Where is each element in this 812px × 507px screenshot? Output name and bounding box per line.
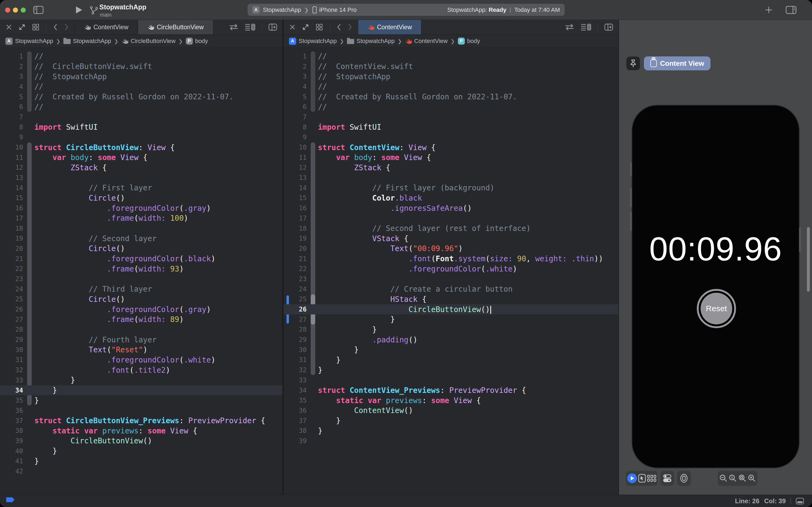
code-line[interactable]: 10 struct ContentView: View { xyxy=(284,142,619,153)
code-line[interactable]: 36 xyxy=(0,405,283,416)
code-line[interactable]: 2 // ContentView.swift xyxy=(284,61,619,72)
code-editor[interactable]: 1 // 2 // ContentView.swift 3 // Stopwat… xyxy=(284,48,619,446)
code-line[interactable]: 14 // First layer xyxy=(0,183,283,193)
breadcrumb-item[interactable]: AStopwatchApp xyxy=(5,38,53,45)
code-line[interactable]: 33 xyxy=(284,375,619,385)
go-forward-icon[interactable] xyxy=(64,23,68,31)
code-line[interactable]: 23 xyxy=(0,274,283,284)
minimize-window-button[interactable] xyxy=(13,7,18,13)
zoom-out-icon[interactable] xyxy=(719,474,728,482)
code-line[interactable]: 30 Text("Reset") xyxy=(0,345,283,355)
code-line[interactable]: 25 Circle() xyxy=(0,294,283,304)
code-line[interactable]: 17 .frame(width: 100) xyxy=(0,213,283,223)
breadcrumb-item[interactable]: Pbody xyxy=(458,38,480,45)
preview-selection-pill[interactable]: Content View xyxy=(644,56,710,70)
code-line[interactable]: 7 xyxy=(284,112,619,122)
code-line[interactable]: 3 // StopwatchApp xyxy=(284,71,619,81)
code-line[interactable]: 38 static var previews: some View { xyxy=(0,426,283,436)
close-editor-icon[interactable] xyxy=(289,24,295,30)
code-line[interactable]: 39 xyxy=(284,436,619,446)
code-line[interactable]: 28 xyxy=(0,325,283,335)
code-line[interactable]: 35 } xyxy=(0,395,283,405)
code-review-icon[interactable] xyxy=(229,23,238,31)
breadcrumb-item[interactable]: StopwatchApp xyxy=(63,38,111,45)
code-review-icon[interactable] xyxy=(565,23,574,31)
code-line[interactable]: 18 // Second layer (rest of interface) xyxy=(284,223,619,234)
zoom-window-button[interactable] xyxy=(21,7,26,13)
code-line[interactable]: 9 xyxy=(284,132,619,143)
open-in-grid-icon[interactable] xyxy=(316,23,323,31)
selectable-mode-button[interactable] xyxy=(638,474,646,483)
scheme-menu[interactable]: StopwatchApp xyxy=(263,6,301,13)
breadcrumb-item[interactable]: ContentView xyxy=(405,38,448,45)
zoom-in-icon[interactable] xyxy=(748,474,756,482)
code-line[interactable]: 8 import SwiftUI xyxy=(284,122,619,132)
code-line[interactable]: 41 } xyxy=(0,456,283,466)
code-line[interactable]: 2 // CircleButtonView.swift xyxy=(0,61,283,72)
code-line[interactable]: 9 xyxy=(0,132,283,143)
code-line[interactable]: 21 .font(Font.system(size: 90, weight: .… xyxy=(284,254,619,264)
code-line[interactable]: 37 struct CircleButtonView_Previews: Pre… xyxy=(0,416,283,426)
code-line[interactable]: 33 } xyxy=(0,375,283,385)
scheme-branch-name[interactable]: main xyxy=(100,12,111,18)
editor-options-icon[interactable] xyxy=(245,23,255,31)
code-editor[interactable]: 1 // 2 // CircleButtonView.swift 3 // St… xyxy=(0,48,283,476)
expand-editor-icon[interactable] xyxy=(19,24,25,30)
code-line[interactable]: 34 struct ContentView_Previews: PreviewP… xyxy=(284,385,619,396)
pin-preview-button[interactable] xyxy=(626,56,640,70)
code-line[interactable]: 37 } xyxy=(284,416,619,426)
code-line[interactable]: 42 xyxy=(0,466,283,476)
code-line[interactable]: 29 .padding() xyxy=(284,335,619,345)
code-line[interactable]: 12 ZStack { xyxy=(284,163,619,173)
code-line[interactable]: 19 VStack { xyxy=(284,233,619,243)
add-editor-icon[interactable] xyxy=(604,23,613,31)
open-in-grid-icon[interactable] xyxy=(32,23,39,31)
variants-mode-button[interactable] xyxy=(647,475,656,482)
code-line[interactable]: 34 } xyxy=(0,385,283,396)
code-line[interactable]: 16 .foregroundColor(.gray) xyxy=(0,203,283,213)
code-line[interactable]: 14 // First layer (background) xyxy=(284,183,619,193)
code-line[interactable]: 38 } xyxy=(284,426,619,436)
code-line[interactable]: 12 ZStack { xyxy=(0,163,283,173)
code-line[interactable]: 13 xyxy=(0,173,283,183)
code-line[interactable]: 15 Circle() xyxy=(0,193,283,203)
scheme-project-name[interactable]: StopwatchApp xyxy=(99,3,147,11)
go-back-icon[interactable] xyxy=(337,23,341,31)
tab-CircleButtonView[interactable]: CircleButtonView xyxy=(138,20,213,35)
code-line[interactable]: 21 .foregroundColor(.black) xyxy=(0,254,283,264)
code-line[interactable]: 4 // xyxy=(284,81,619,92)
code-line[interactable]: 28 } xyxy=(284,325,619,335)
code-line[interactable]: 11 var body: some View { xyxy=(284,153,619,163)
device-settings-button[interactable] xyxy=(663,474,672,483)
add-tab-button[interactable] xyxy=(765,6,773,14)
code-line[interactable]: 27 } xyxy=(284,315,619,325)
code-line[interactable]: 3 // StopwatchApp xyxy=(0,71,283,81)
code-line[interactable]: 17 xyxy=(284,213,619,223)
code-line[interactable]: 26 .foregroundColor(.gray) xyxy=(0,304,283,315)
live-preview-button[interactable] xyxy=(627,473,637,483)
jump-bar[interactable]: AStopwatchApp❯StopwatchApp❯CircleButtonV… xyxy=(0,35,283,48)
code-line[interactable]: 1 // xyxy=(284,51,619,61)
code-line[interactable]: 20 Text("00:09.96") xyxy=(284,243,619,254)
code-line[interactable]: 32 } xyxy=(284,365,619,375)
reset-button[interactable]: Reset xyxy=(697,289,736,328)
tab-ContentView[interactable]: ContentView xyxy=(74,20,138,35)
add-editor-icon[interactable] xyxy=(269,23,277,31)
code-line[interactable]: 29 // Fourth layer xyxy=(0,335,283,345)
code-line[interactable]: 31 .foregroundColor(.white) xyxy=(0,355,283,365)
toolbar-activity-widget[interactable]: A StopwatchApp ❯ iPhone 14 Pro Stopwatch… xyxy=(247,4,565,16)
code-line[interactable]: 20 Circle() xyxy=(0,243,283,254)
toggle-right-sidebar-icon[interactable] xyxy=(786,6,797,14)
jump-bar[interactable]: AStopwatchApp❯StopwatchApp❯ContentView❯P… xyxy=(284,35,619,48)
run-button[interactable] xyxy=(75,6,82,14)
code-line[interactable]: 4 // xyxy=(0,81,283,92)
breakpoint-tag-icon[interactable] xyxy=(6,497,14,502)
code-line[interactable]: 36 ContentView() xyxy=(284,405,619,416)
code-line[interactable]: 23 xyxy=(284,274,619,284)
breadcrumb-item[interactable]: AStopwatchApp xyxy=(289,38,337,45)
code-line[interactable]: 27 .frame(width: 89) xyxy=(0,315,283,325)
breadcrumb-item[interactable]: Pbody xyxy=(186,38,208,45)
go-back-icon[interactable] xyxy=(53,23,57,31)
code-line[interactable]: 40 } xyxy=(0,446,283,456)
zoom-100-icon[interactable]: 1 xyxy=(729,474,737,482)
